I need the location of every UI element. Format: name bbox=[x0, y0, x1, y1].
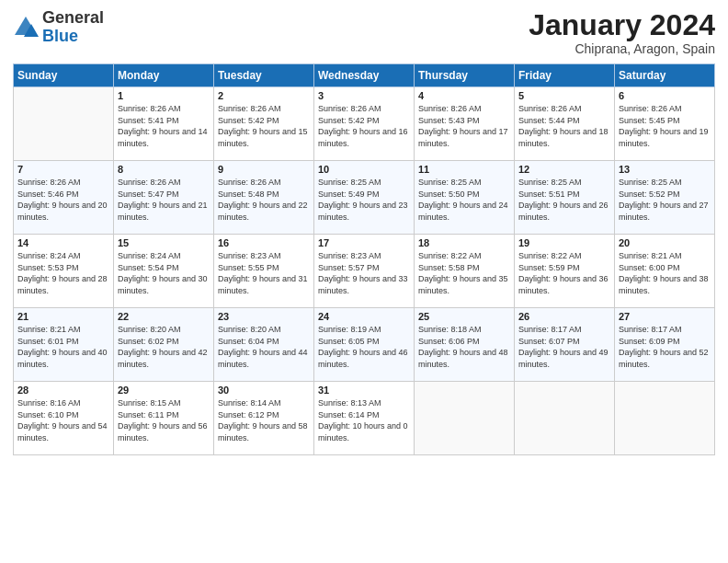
day-number: 16 bbox=[218, 237, 310, 248]
day-number: 30 bbox=[218, 385, 310, 396]
day-number: 3 bbox=[318, 90, 410, 101]
col-tuesday: Tuesday bbox=[214, 64, 314, 87]
day-number: 11 bbox=[418, 164, 510, 175]
cell-5-3: 30 Sunrise: 8:14 AM Sunset: 6:12 PM Dayl… bbox=[214, 382, 314, 455]
cell-2-2: 8 Sunrise: 8:26 AM Sunset: 5:47 PM Dayli… bbox=[114, 161, 214, 235]
day-number: 2 bbox=[218, 90, 310, 101]
cell-3-5: 18 Sunrise: 8:22 AM Sunset: 5:58 PM Dayl… bbox=[415, 235, 515, 308]
cell-5-7 bbox=[615, 382, 715, 455]
col-monday: Monday bbox=[114, 64, 214, 87]
week-row-1: 1 Sunrise: 8:26 AM Sunset: 5:41 PM Dayli… bbox=[14, 87, 715, 161]
day-number: 17 bbox=[318, 237, 410, 248]
day-info: Sunrise: 8:24 AM Sunset: 5:54 PM Dayligh… bbox=[118, 250, 210, 296]
cell-1-4: 3 Sunrise: 8:26 AM Sunset: 5:42 PM Dayli… bbox=[314, 87, 415, 161]
day-info: Sunrise: 8:13 AM Sunset: 6:14 PM Dayligh… bbox=[318, 397, 410, 443]
cell-4-1: 21 Sunrise: 8:21 AM Sunset: 6:01 PM Dayl… bbox=[14, 308, 114, 382]
header-row: Sunday Monday Tuesday Wednesday Thursday… bbox=[14, 64, 715, 87]
calendar-page: General Blue January 2024 Chiprana, Arag… bbox=[0, 0, 728, 563]
day-number: 19 bbox=[518, 237, 610, 248]
cell-3-6: 19 Sunrise: 8:22 AM Sunset: 5:59 PM Dayl… bbox=[515, 235, 615, 308]
location-subtitle: Chiprana, Aragon, Spain bbox=[529, 41, 715, 56]
cell-1-7: 6 Sunrise: 8:26 AM Sunset: 5:45 PM Dayli… bbox=[615, 87, 715, 161]
day-info: Sunrise: 8:22 AM Sunset: 5:58 PM Dayligh… bbox=[418, 250, 510, 296]
cell-3-2: 15 Sunrise: 8:24 AM Sunset: 5:54 PM Dayl… bbox=[114, 235, 214, 308]
day-number: 13 bbox=[619, 164, 711, 175]
day-info: Sunrise: 8:26 AM Sunset: 5:42 PM Dayligh… bbox=[318, 103, 410, 149]
cell-3-1: 14 Sunrise: 8:24 AM Sunset: 5:53 PM Dayl… bbox=[14, 235, 114, 308]
title-block: January 2024 Chiprana, Aragon, Spain bbox=[529, 9, 715, 56]
week-row-4: 21 Sunrise: 8:21 AM Sunset: 6:01 PM Dayl… bbox=[14, 308, 715, 382]
day-number: 20 bbox=[619, 237, 711, 248]
day-info: Sunrise: 8:21 AM Sunset: 6:00 PM Dayligh… bbox=[619, 250, 711, 296]
day-info: Sunrise: 8:17 AM Sunset: 6:07 PM Dayligh… bbox=[518, 324, 610, 370]
day-info: Sunrise: 8:26 AM Sunset: 5:41 PM Dayligh… bbox=[118, 103, 210, 149]
week-row-2: 7 Sunrise: 8:26 AM Sunset: 5:46 PM Dayli… bbox=[14, 161, 715, 235]
day-number: 10 bbox=[318, 164, 410, 175]
logo-general: General bbox=[42, 8, 104, 27]
cell-2-1: 7 Sunrise: 8:26 AM Sunset: 5:46 PM Dayli… bbox=[14, 161, 114, 235]
day-number: 9 bbox=[218, 164, 310, 175]
day-info: Sunrise: 8:26 AM Sunset: 5:43 PM Dayligh… bbox=[418, 103, 510, 149]
cell-5-2: 29 Sunrise: 8:15 AM Sunset: 6:11 PM Dayl… bbox=[114, 382, 214, 455]
day-info: Sunrise: 8:14 AM Sunset: 6:12 PM Dayligh… bbox=[218, 397, 310, 443]
cell-4-5: 25 Sunrise: 8:18 AM Sunset: 6:06 PM Dayl… bbox=[415, 308, 515, 382]
cell-4-6: 26 Sunrise: 8:17 AM Sunset: 6:07 PM Dayl… bbox=[515, 308, 615, 382]
cell-5-1: 28 Sunrise: 8:16 AM Sunset: 6:10 PM Dayl… bbox=[14, 382, 114, 455]
day-info: Sunrise: 8:19 AM Sunset: 6:05 PM Dayligh… bbox=[318, 324, 410, 370]
cell-4-7: 27 Sunrise: 8:17 AM Sunset: 6:09 PM Dayl… bbox=[615, 308, 715, 382]
day-number: 14 bbox=[17, 237, 109, 248]
day-info: Sunrise: 8:20 AM Sunset: 6:02 PM Dayligh… bbox=[118, 324, 210, 370]
day-number: 18 bbox=[418, 237, 510, 248]
cell-4-4: 24 Sunrise: 8:19 AM Sunset: 6:05 PM Dayl… bbox=[314, 308, 415, 382]
cell-1-6: 5 Sunrise: 8:26 AM Sunset: 5:44 PM Dayli… bbox=[515, 87, 615, 161]
day-number: 5 bbox=[518, 90, 610, 101]
day-info: Sunrise: 8:23 AM Sunset: 5:55 PM Dayligh… bbox=[218, 250, 310, 296]
week-row-3: 14 Sunrise: 8:24 AM Sunset: 5:53 PM Dayl… bbox=[14, 235, 715, 308]
day-number: 4 bbox=[418, 90, 510, 101]
day-info: Sunrise: 8:21 AM Sunset: 6:01 PM Dayligh… bbox=[17, 324, 109, 370]
day-info: Sunrise: 8:26 AM Sunset: 5:46 PM Dayligh… bbox=[17, 177, 109, 223]
cell-4-3: 23 Sunrise: 8:20 AM Sunset: 6:04 PM Dayl… bbox=[214, 308, 314, 382]
logo-blue: Blue bbox=[42, 27, 78, 45]
cell-3-7: 20 Sunrise: 8:21 AM Sunset: 6:00 PM Dayl… bbox=[615, 235, 715, 308]
day-number: 31 bbox=[318, 385, 410, 396]
day-number: 28 bbox=[17, 385, 109, 396]
col-saturday: Saturday bbox=[615, 64, 715, 87]
calendar-table: Sunday Monday Tuesday Wednesday Thursday… bbox=[13, 63, 715, 455]
day-number: 21 bbox=[17, 311, 109, 322]
cell-2-4: 10 Sunrise: 8:25 AM Sunset: 5:49 PM Dayl… bbox=[314, 161, 415, 235]
week-row-5: 28 Sunrise: 8:16 AM Sunset: 6:10 PM Dayl… bbox=[14, 382, 715, 455]
day-number: 6 bbox=[619, 90, 711, 101]
logo-text: General Blue bbox=[42, 9, 104, 46]
day-info: Sunrise: 8:23 AM Sunset: 5:57 PM Dayligh… bbox=[318, 250, 410, 296]
day-number: 12 bbox=[518, 164, 610, 175]
day-info: Sunrise: 8:17 AM Sunset: 6:09 PM Dayligh… bbox=[619, 324, 711, 370]
cell-4-2: 22 Sunrise: 8:20 AM Sunset: 6:02 PM Dayl… bbox=[114, 308, 214, 382]
day-info: Sunrise: 8:20 AM Sunset: 6:04 PM Dayligh… bbox=[218, 324, 310, 370]
month-title: January 2024 bbox=[529, 9, 715, 41]
cell-1-1 bbox=[14, 87, 114, 161]
day-info: Sunrise: 8:26 AM Sunset: 5:48 PM Dayligh… bbox=[218, 177, 310, 223]
day-info: Sunrise: 8:18 AM Sunset: 6:06 PM Dayligh… bbox=[418, 324, 510, 370]
header: General Blue January 2024 Chiprana, Arag… bbox=[13, 9, 715, 56]
cell-3-4: 17 Sunrise: 8:23 AM Sunset: 5:57 PM Dayl… bbox=[314, 235, 415, 308]
day-info: Sunrise: 8:25 AM Sunset: 5:52 PM Dayligh… bbox=[619, 177, 711, 223]
col-wednesday: Wednesday bbox=[314, 64, 415, 87]
day-info: Sunrise: 8:25 AM Sunset: 5:49 PM Dayligh… bbox=[318, 177, 410, 223]
day-number: 15 bbox=[118, 237, 210, 248]
cell-2-7: 13 Sunrise: 8:25 AM Sunset: 5:52 PM Dayl… bbox=[615, 161, 715, 235]
logo-icon bbox=[13, 15, 39, 40]
day-info: Sunrise: 8:26 AM Sunset: 5:45 PM Dayligh… bbox=[619, 103, 711, 149]
day-info: Sunrise: 8:25 AM Sunset: 5:50 PM Dayligh… bbox=[418, 177, 510, 223]
day-number: 29 bbox=[118, 385, 210, 396]
cell-5-4: 31 Sunrise: 8:13 AM Sunset: 6:14 PM Dayl… bbox=[314, 382, 415, 455]
col-thursday: Thursday bbox=[415, 64, 515, 87]
cell-2-3: 9 Sunrise: 8:26 AM Sunset: 5:48 PM Dayli… bbox=[214, 161, 314, 235]
day-number: 25 bbox=[418, 311, 510, 322]
cell-3-3: 16 Sunrise: 8:23 AM Sunset: 5:55 PM Dayl… bbox=[214, 235, 314, 308]
day-number: 26 bbox=[518, 311, 610, 322]
day-number: 27 bbox=[619, 311, 711, 322]
day-number: 7 bbox=[17, 164, 109, 175]
day-info: Sunrise: 8:26 AM Sunset: 5:47 PM Dayligh… bbox=[118, 177, 210, 223]
cell-5-5 bbox=[415, 382, 515, 455]
